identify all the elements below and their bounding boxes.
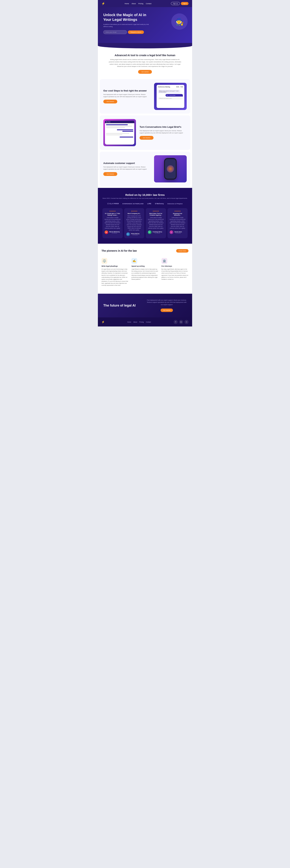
get-started-button-2[interactable]: Get Started (103, 100, 117, 103)
name-1: Arlene McCoy (131, 233, 140, 234)
twitter-icon[interactable]: t (184, 320, 188, 324)
mock-prompt: What do you want to say? (158, 97, 183, 99)
feature-card-title-2: For Attorneys (162, 265, 188, 267)
mock-question: Where do we want to meet guys? I need to… (158, 90, 180, 93)
nav-contact[interactable]: Contact (146, 3, 151, 4)
facebook-icon[interactable]: f (174, 320, 178, 324)
chat-line-7 (106, 134, 122, 135)
footer-cta-left: The future of legal AI (103, 304, 143, 308)
nav-actions: Sign up Log in (171, 2, 188, 5)
title-2: Must Have Tool for Creative Agency... (148, 213, 164, 216)
title-0: If I Could give a 7 Star Rating I woul..… (105, 213, 120, 216)
role-2: Art Director (153, 232, 162, 234)
get-started-button-4[interactable]: Get Started (103, 172, 117, 176)
phone-screen (165, 159, 176, 179)
get-started-button-1[interactable]: Get started (138, 70, 152, 74)
phone-gradient (167, 165, 174, 173)
pioneers-heading: The pioneers in AI for the law (102, 249, 137, 252)
conf-label: Conference Meeting (158, 86, 170, 88)
advanced-ai-section: Advanced Ai tool to create a legal brief… (98, 49, 192, 79)
feature-2-image: Mo Chat (103, 119, 136, 146)
trusted-heading: Relied on by 10,000+ law firms (102, 193, 188, 196)
feature-card-body-2: By using Legal Wizard, attorneys agree t… (162, 268, 188, 280)
chat-mock-header: Mo Chat (105, 121, 134, 123)
feature-card-title-0: Write legal pleadings (102, 265, 128, 267)
title-3: Amazing And Efficient... (170, 213, 185, 216)
logo-debevoise: Debevoise & Plimpton (168, 203, 183, 204)
feature-icon-2: 🏛️ (162, 258, 167, 264)
footer-about[interactable]: About (134, 321, 137, 323)
know-more-button[interactable]: Know more (176, 249, 188, 253)
login-button[interactable]: Log in (181, 2, 188, 5)
mock-reply: Hm... Let me think (166, 94, 183, 97)
hero-section: Unlock the Magic of AI in Your Legal Wri… (98, 7, 192, 43)
author-1: A Arlene McCoy Art Director (126, 232, 142, 236)
feature-row-3: Automate customer support Fast deploymen… (100, 152, 190, 186)
feature-1-title: Our cool Steps to find right the answer (103, 89, 150, 92)
feature-2-title: Turn Conversations Into Legal Brief's (140, 126, 187, 128)
role-0: Art Director (109, 232, 120, 234)
chat-line-2 (106, 126, 132, 127)
role-1: Art Director (131, 234, 140, 235)
logo-omelveny: O'Melveny (155, 203, 164, 205)
phone-mock (164, 158, 177, 180)
footer-cta-right: Fast deployment with our expert support.… (147, 299, 187, 312)
footer-social: f in t (174, 320, 188, 324)
logos-row: ⬡ CLA PIPER EVERSHEDS SUTHERLAND LIRE O'… (102, 203, 188, 205)
feature-icon-1: ✍️ (132, 258, 137, 264)
feature-card-body-1: Legal Wizard is simply a tool to help sp… (132, 268, 158, 280)
chat-line-5 (122, 131, 133, 132)
nav-home[interactable]: Home (124, 3, 129, 4)
logo-lire: LIRE (147, 203, 151, 205)
feature-card-body-0: At Legal Wizard, we use AI technology to… (102, 268, 128, 286)
advanced-ai-heading: Advanced Ai tool to create a legal brief… (105, 54, 185, 57)
avatar-1: A (126, 232, 130, 236)
cla-piper-icon: ⬡ (107, 203, 109, 205)
demo-button[interactable]: Request a Demo (128, 30, 144, 34)
stars-1: ★★★★★ (126, 210, 142, 212)
navbar: ⚡ Home About Pricing Contact Sign up Log… (98, 0, 192, 7)
testimonial-1: ★★★★★ Best Company Ai... Best Company te… (124, 208, 144, 238)
conference-mock: Conference Meeting 6:00 – 7:00 Where do … (156, 85, 184, 108)
hero-input-row: Request a Demo (103, 30, 149, 34)
hero-content: Unlock the Magic of AI in Your Legal Wri… (103, 12, 149, 34)
hero-wizard: 🧙 (170, 9, 188, 34)
get-started-button-3[interactable]: Get Started (140, 136, 153, 140)
body-0: Lorem Ipsum is simply dummy text of the … (105, 217, 120, 229)
nav-links: Home About Pricing Contact (124, 3, 151, 4)
trusted-section: Relied on by 10,000+ law firms Since 201… (98, 188, 192, 244)
feature-1-image: Conference Meeting 6:00 – 7:00 Where do … (154, 83, 187, 110)
signup-button[interactable]: Sign up (171, 2, 180, 5)
footer: ⚡ Home About Pricing Contact f in t (98, 317, 192, 327)
feature-icon-0: ⚖️ (102, 258, 107, 264)
hero-subtitle: A platform that allows you to build and … (103, 23, 149, 28)
nav-about[interactable]: About (132, 3, 136, 4)
testimonial-3: ★★★★★ Amazing And Efficient... Lorem Ips… (168, 208, 188, 238)
testimonial-2: ★★★★★ Must Have Tool for Creative Agency… (146, 208, 166, 238)
name-0: Marvin McKinney (109, 231, 120, 232)
logo-cla-piper: ⬡ CLA PIPER (107, 203, 119, 205)
footer-contact[interactable]: Contact (146, 321, 151, 323)
chat-line-8 (120, 136, 133, 137)
footer-cta-heading: The future of legal AI (103, 304, 143, 308)
footer-pricing[interactable]: Pricing (139, 321, 144, 323)
feature-row-1: Our cool Steps to find right the answer … (100, 79, 190, 114)
chat-line-1 (106, 124, 128, 125)
instagram-icon[interactable]: in (179, 320, 183, 324)
feature-card-1: ✍️ Speed up writing Legal Wizard is simp… (132, 256, 158, 288)
avatar-2: C (148, 230, 151, 234)
body-3: Lorem Ipsum is simply dummy text of the … (170, 217, 185, 229)
hero-title: Unlock the Magic of AI in Your Legal Wri… (103, 12, 149, 22)
footer-cta-button[interactable]: Get started (161, 309, 173, 312)
feature-2-text: Turn Conversations Into Legal Brief's Fa… (140, 126, 187, 140)
email-input[interactable] (103, 30, 127, 34)
name-3: Jacob Jones (174, 231, 182, 232)
footer-home[interactable]: Home (127, 321, 131, 323)
stars-3: ★★★★★ (170, 210, 185, 212)
pioneers-header: The pioneers in AI for the law Know more (102, 249, 188, 253)
chat-line-6 (106, 133, 129, 134)
footer-logo: ⚡ (102, 320, 105, 323)
nav-pricing[interactable]: Pricing (138, 3, 143, 4)
testimonial-0: ★★★★★ If I Could give a 7 Star Rating I … (103, 208, 123, 238)
footer-cta-body: Fast deployment with our expert support.… (147, 299, 187, 306)
